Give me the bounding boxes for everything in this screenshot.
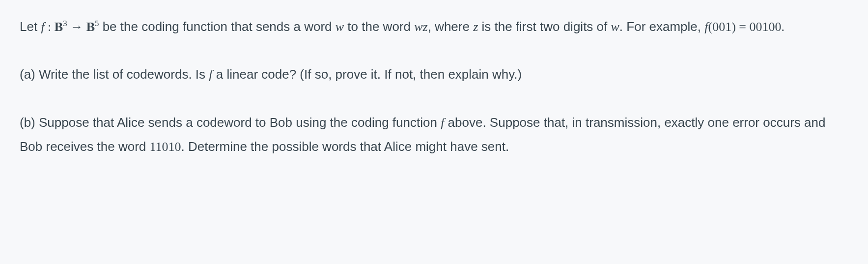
paragraph-part-a: (a) Write the list of codewords. Is f a …	[20, 62, 848, 87]
text: (b) Suppose that Alice sends a codeword …	[20, 115, 441, 130]
text: is the first two digits of	[478, 19, 611, 34]
math-num: 11010	[149, 140, 181, 154]
text: . For example,	[619, 19, 704, 34]
math-z: z	[473, 20, 478, 34]
math-wz: wz	[414, 20, 427, 34]
text: . Determine the possible words that Alic…	[181, 139, 509, 154]
math-f: f	[209, 67, 212, 82]
math-arg: 001	[712, 20, 731, 34]
text: a linear code? (If so, prove it. If not,…	[213, 67, 522, 82]
paragraph-part-b: (b) Suppose that Alice sends a codeword …	[20, 111, 848, 159]
math-rparen: )	[731, 20, 736, 34]
text: Let	[20, 19, 41, 34]
math-B1: B	[55, 20, 63, 34]
math-result: 00100	[750, 20, 782, 34]
math-colon: :	[45, 20, 55, 34]
paragraph-intro: Let f : B3 → B5 be the coding function t…	[20, 15, 848, 39]
text: , where	[428, 19, 474, 34]
math-w: w	[611, 20, 619, 34]
text: to the word	[344, 19, 414, 34]
math-f: f	[41, 20, 44, 34]
math-B2: B	[86, 20, 95, 34]
math-eq: =	[736, 20, 750, 34]
arrow-icon: →	[67, 20, 86, 34]
math-dot: .	[782, 20, 785, 34]
text: be the coding function that sends a word	[99, 19, 335, 34]
text: (a) Write the list of codewords. Is	[20, 67, 209, 82]
math-w: w	[336, 20, 344, 34]
math-lparen: (	[708, 20, 712, 34]
math-exp1: 3	[63, 19, 67, 28]
